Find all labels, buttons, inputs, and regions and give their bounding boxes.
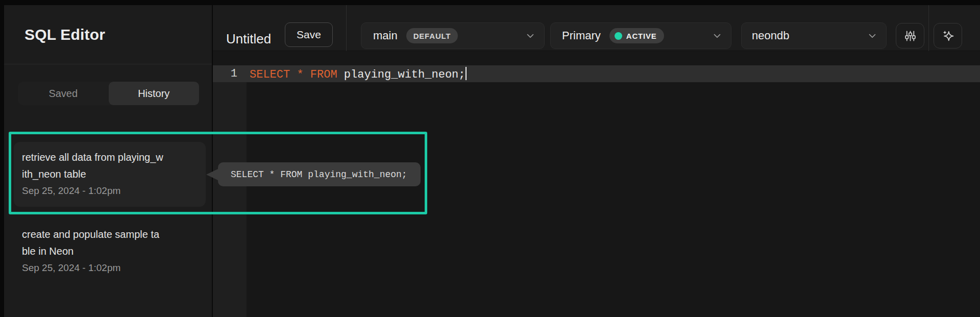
- sparkles-icon: [941, 29, 955, 43]
- toolbar-divider: [346, 5, 347, 51]
- sql-identifier: playing_with_neon;: [337, 68, 465, 81]
- compute-dropdown-value: Primary: [562, 29, 601, 42]
- branch-dropdown[interactable]: main DEFAULT: [361, 22, 545, 49]
- tab-saved[interactable]: Saved: [18, 82, 109, 105]
- active-code-line[interactable]: 1 SELECT * FROM playing_with_neon;: [213, 65, 980, 82]
- sql-keywords: SELECT * FROM: [250, 68, 337, 81]
- tab-history-label: History: [138, 88, 169, 100]
- history-item-title-line: ith_neon table: [22, 166, 198, 183]
- database-dropdown-value: neondb: [752, 29, 789, 42]
- tooltip-arrow: [206, 169, 218, 180]
- ai-assist-button[interactable]: [934, 23, 962, 48]
- code-text: SELECT * FROM playing_with_neon;: [250, 67, 467, 81]
- tab-history[interactable]: History: [109, 82, 200, 105]
- history-item-title-line: create and populate sample ta: [22, 226, 198, 243]
- chevron-down-icon: [712, 30, 723, 41]
- sidebar: SQL Editor Saved History retrieve all da…: [4, 5, 212, 317]
- page-title: SQL Editor: [24, 26, 105, 43]
- editor-toolbar: Untitled Save main DEFAULT Primary ACTIV…: [213, 5, 980, 51]
- branch-dropdown-value: main: [373, 29, 398, 42]
- line-number-gutter: [213, 65, 247, 317]
- sliders-icon: [903, 29, 917, 43]
- history-item-2[interactable]: create and populate sample ta ble in Neo…: [14, 219, 206, 284]
- default-badge: DEFAULT: [406, 28, 458, 43]
- saved-history-tabs: Saved History: [18, 82, 199, 105]
- toolbar-divider: [928, 5, 929, 51]
- chevron-down-icon: [867, 30, 878, 41]
- text-cursor: [465, 67, 467, 80]
- active-badge: ACTIVE: [609, 28, 664, 43]
- history-item-timestamp: Sep 25, 2024 - 1:02pm: [22, 262, 198, 274]
- sidebar-header: SQL Editor: [4, 5, 212, 64]
- history-item-title-line: ble in Neon: [22, 243, 198, 260]
- active-badge-label: ACTIVE: [626, 32, 657, 40]
- database-dropdown[interactable]: neondb: [741, 22, 887, 49]
- editor-settings-button[interactable]: [896, 23, 924, 48]
- line-number: 1: [213, 67, 237, 80]
- history-item-title-line: retrieve all data from playing_w: [22, 149, 198, 166]
- compute-dropdown[interactable]: Primary ACTIVE: [550, 22, 731, 49]
- history-item-1[interactable]: retrieve all data from playing_w ith_neo…: [14, 142, 206, 207]
- document-name: Untitled: [226, 30, 271, 47]
- tab-saved-label: Saved: [48, 88, 78, 100]
- save-button[interactable]: Save: [285, 22, 333, 47]
- query-preview-tooltip: SELECT * FROM playing_with_neon;: [218, 162, 421, 186]
- chevron-down-icon: [525, 30, 536, 41]
- status-dot-icon: [615, 32, 622, 40]
- history-item-timestamp: Sep 25, 2024 - 1:02pm: [22, 185, 198, 197]
